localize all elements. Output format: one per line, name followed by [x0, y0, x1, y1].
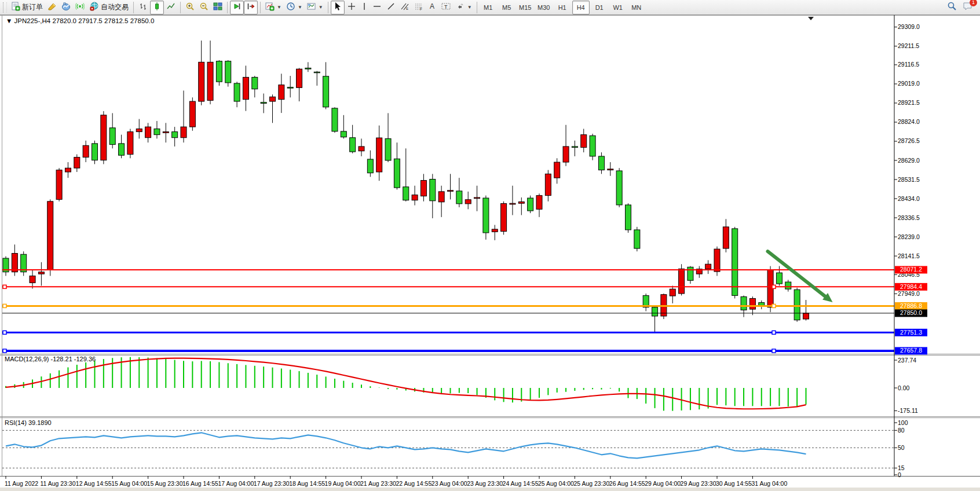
- bar-chart-icon: [138, 2, 148, 13]
- price-badge-27751.3: 27751.3: [895, 329, 927, 336]
- line-handle[interactable]: [772, 349, 776, 353]
- timeframe-button-W1[interactable]: W1: [609, 1, 627, 14]
- svg-text:29019.0: 29019.0: [898, 80, 920, 87]
- horizontal-line-icon: [372, 2, 382, 13]
- toolbar-grip: [3, 2, 7, 13]
- svg-text:28239.0: 28239.0: [898, 233, 920, 240]
- chart-canvas[interactable]: ▼ JPN225-,H4 27820.0 27917.5 27812.5 278…: [0, 15, 980, 491]
- toolbar-separator: [133, 2, 134, 13]
- channel-tool-button[interactable]: E: [398, 1, 412, 14]
- bar-chart-type-button[interactable]: [136, 1, 150, 14]
- periods-button[interactable]: ▼: [284, 1, 305, 14]
- svg-text:0.00: 0.00: [898, 384, 910, 391]
- chat-button[interactable]: 1: [963, 2, 973, 13]
- chart-shift-button[interactable]: [244, 1, 258, 14]
- new-order-label: 新订单: [22, 2, 43, 12]
- tile-windows-button[interactable]: [211, 1, 225, 14]
- toolbar-separator: [180, 2, 181, 13]
- chart-shift-icon: [246, 2, 255, 13]
- chevron-down-icon: ▼: [298, 5, 302, 10]
- svg-text:100: 100: [898, 419, 908, 426]
- fibonacci-tool-button[interactable]: F: [412, 1, 426, 14]
- line-handle[interactable]: [3, 349, 6, 353]
- timeframe-button-H1[interactable]: H1: [554, 1, 571, 14]
- svg-text:21 Aug 23:30: 21 Aug 23:30: [360, 480, 396, 487]
- line-chart-type-button[interactable]: [164, 1, 178, 14]
- svg-text:28141.5: 28141.5: [898, 252, 920, 259]
- zoom-out-icon: [199, 2, 209, 13]
- chart-window[interactable]: ▼ JPN225-,H4 27820.0 27917.5 27812.5 278…: [0, 15, 980, 491]
- templates-button[interactable]: ▼: [305, 1, 326, 14]
- timeframe-button-H4[interactable]: H4: [572, 1, 590, 14]
- line-handle[interactable]: [772, 304, 776, 307]
- cursor-tool-button[interactable]: [331, 1, 345, 14]
- svg-text:0: 0: [898, 471, 901, 478]
- timeframe-button-D1[interactable]: D1: [591, 1, 608, 14]
- svg-text:28336.5: 28336.5: [898, 214, 920, 221]
- svg-text:15: 15: [898, 464, 905, 471]
- svg-text:17 Aug 04:00: 17 Aug 04:00: [218, 480, 254, 487]
- svg-text:-175.11: -175.11: [898, 407, 918, 414]
- search-icon[interactable]: [947, 1, 957, 13]
- toolbar-separator: [227, 2, 228, 13]
- trendline-icon: [386, 2, 396, 13]
- line-handle[interactable]: [772, 285, 776, 288]
- candle-chart-type-button[interactable]: [150, 1, 164, 14]
- new-order-button[interactable]: 新订单: [9, 1, 45, 14]
- notification-badge: 1: [970, 0, 977, 6]
- line-handle[interactable]: [3, 285, 6, 288]
- auto-scroll-icon: [232, 2, 242, 13]
- svg-text:29 Aug 23:30: 29 Aug 23:30: [681, 480, 716, 487]
- zoom-in-button[interactable]: [183, 1, 197, 14]
- auto-scroll-button[interactable]: [230, 1, 244, 14]
- svg-text:A: A: [430, 2, 434, 10]
- fibonacci-icon: F: [414, 2, 423, 13]
- timeframe-button-M15[interactable]: M15: [517, 1, 534, 14]
- svg-text:29 Aug 04:00: 29 Aug 04:00: [645, 480, 681, 487]
- svg-text:25 Aug 23:30: 25 Aug 23:30: [573, 480, 609, 487]
- svg-text:27657.8: 27657.8: [900, 347, 922, 354]
- vertical-line-icon: [361, 2, 368, 13]
- market-watch-button[interactable]: [59, 1, 73, 14]
- svg-text:25 Aug 04:00: 25 Aug 04:00: [538, 480, 574, 487]
- line-handle[interactable]: [3, 331, 6, 334]
- text-icon: A: [428, 2, 436, 13]
- svg-text:29211.5: 29211.5: [898, 42, 919, 49]
- svg-text:11 Aug 2022: 11 Aug 2022: [5, 480, 38, 487]
- new-order-icon: [11, 2, 20, 13]
- svg-text:28071.2: 28071.2: [900, 266, 922, 273]
- chevron-down-icon: ▼: [277, 5, 281, 10]
- chevron-down-icon: ▼: [467, 5, 472, 10]
- svg-text:27886.8: 27886.8: [900, 302, 922, 309]
- toolbar-separator: [477, 2, 477, 13]
- timeframe-button-M30[interactable]: M30: [535, 1, 553, 14]
- vertical-line-tool-button[interactable]: [359, 1, 370, 14]
- template-icon: [307, 2, 316, 13]
- styler-button[interactable]: [45, 1, 59, 14]
- svg-text:19 Aug 04:00: 19 Aug 04:00: [325, 480, 361, 487]
- signals-button[interactable]: [73, 1, 87, 14]
- svg-text:22 Aug 14:55: 22 Aug 14:55: [396, 480, 432, 487]
- indicators-button[interactable]: ▼: [263, 1, 284, 14]
- line-handle[interactable]: [3, 304, 6, 307]
- horizontal-line-tool-button[interactable]: [370, 1, 384, 14]
- zoom-out-button[interactable]: [197, 1, 211, 14]
- timeframe-button-M1[interactable]: M1: [480, 1, 497, 14]
- crosshair-tool-button[interactable]: [345, 1, 359, 14]
- arrows-icon: [456, 2, 465, 13]
- svg-text:15 Aug 23:30: 15 Aug 23:30: [147, 480, 183, 487]
- chevron-down-icon: ▼: [319, 5, 323, 10]
- timeframe-button-MN[interactable]: MN: [628, 1, 645, 14]
- text-label-tool-button[interactable]: T: [438, 1, 454, 14]
- trendline-tool-button[interactable]: [384, 1, 398, 14]
- svg-text:23 Aug 23:30: 23 Aug 23:30: [467, 480, 503, 487]
- auto-trading-button[interactable]: 自动交易: [87, 1, 131, 14]
- svg-text:28629.0: 28629.0: [898, 157, 920, 164]
- svg-text:30 Aug 14:55: 30 Aug 14:55: [716, 480, 752, 487]
- timeframe-button-M5[interactable]: M5: [498, 1, 515, 14]
- price-badge-28071.2: 28071.2: [895, 266, 927, 273]
- svg-text:27751.3: 27751.3: [900, 329, 922, 336]
- line-handle[interactable]: [772, 331, 776, 334]
- arrows-tool-button[interactable]: ▼: [454, 1, 474, 14]
- text-tool-button[interactable]: A: [426, 1, 438, 14]
